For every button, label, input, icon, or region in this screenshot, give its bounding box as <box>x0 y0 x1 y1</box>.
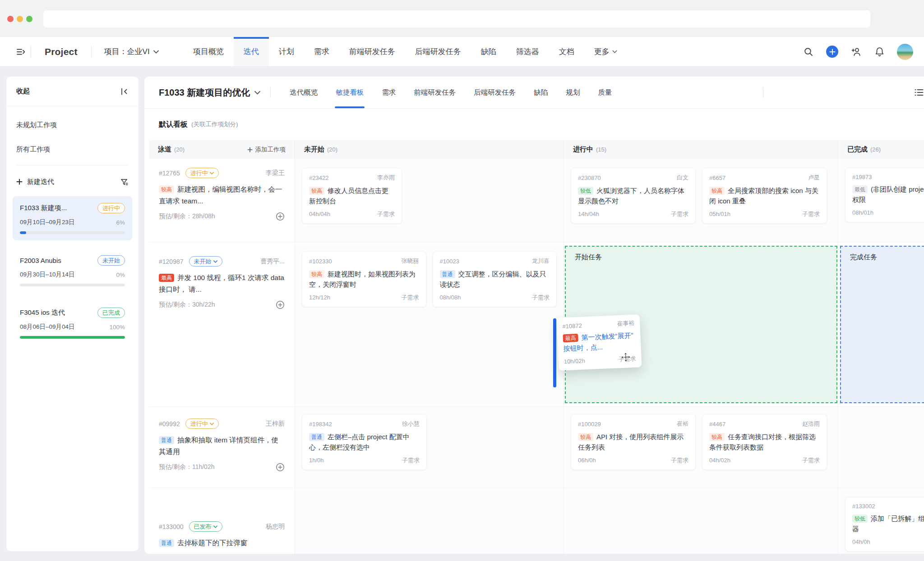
circle-plus-icon[interactable] <box>276 212 285 221</box>
notifications-bell-icon[interactable] <box>874 46 885 57</box>
add-work-item-button[interactable]: 添加工作项 <box>247 146 286 154</box>
window-zoom-button[interactable] <box>26 16 32 22</box>
work-item-120987[interactable]: #120987 未开始 曹秀平... 最高并发 100 线程，循环1 次请求 d… <box>159 256 285 309</box>
page-title: F1033 新建项目的优化 <box>159 87 250 99</box>
top-navigation: Project 项目：企业VI 项目概览 迭代 计划 需求 前端研发任务 后端研… <box>0 37 924 67</box>
iteration-card-f3045[interactable]: F3045 ios 迭代 已完成 08月06日–09月04日 100% <box>13 301 132 345</box>
task-card-230870[interactable]: #230870白文 较低火狐浏览器下，人员名称字体显示颜色不对 14h/04h子… <box>571 168 696 224</box>
global-menu-icon[interactable] <box>11 47 31 57</box>
status-dropdown[interactable]: 已发布 <box>189 521 222 532</box>
tab-quality[interactable]: 质量 <box>589 77 621 108</box>
iteration-sidebar: 收起 未规划工作项 所有工作项 新建迭代 F1033 新建项... 进行中 09… <box>6 77 139 551</box>
tab-frontend[interactable]: 前端研发任务 <box>405 77 465 108</box>
invite-member-icon[interactable] <box>850 46 862 57</box>
nav-tab-more[interactable]: 更多 <box>584 37 627 66</box>
tab-agile-board[interactable]: 敏捷看板 <box>327 77 373 108</box>
status-dropdown[interactable]: 进行中 <box>185 418 219 429</box>
iteration-dates: 09月30日–10月14日 <box>20 271 75 279</box>
dropzone-finish-task[interactable]: 完成任务 <box>840 246 924 403</box>
task-card-4467[interactable]: #4467赵浩雨 较高任务查询接口对接，根据筛选条件获取列表数据 04h/02h… <box>702 414 827 470</box>
list-view-icon[interactable] <box>914 88 924 97</box>
task-id: #4467 <box>709 421 725 428</box>
sidebar-collapse-icon[interactable] <box>120 87 129 96</box>
task-card-198342[interactable]: #198342徐小慧 普通左侧栏–点击 project 配置中心，左侧栏没有选中… <box>302 414 427 470</box>
create-button[interactable] <box>826 46 838 58</box>
priority-badge: 较高 <box>709 187 725 195</box>
sidebar-item-all[interactable]: 所有工作项 <box>6 137 139 161</box>
task-id: #10872 <box>562 322 582 330</box>
nav-tab-docs[interactable]: 文档 <box>549 37 584 66</box>
task-card-100029[interactable]: #100029崔裕 较高API 对接，使用列表组件展示任务列表 06h/0h子需… <box>571 414 696 470</box>
assignee: 崔裕 <box>677 420 688 428</box>
window-close-button[interactable] <box>7 16 14 22</box>
nav-tab-requirement[interactable]: 需求 <box>304 37 339 66</box>
circle-plus-icon[interactable] <box>276 300 285 309</box>
iteration-card-f2003[interactable]: F2003 Anubis 未开始 09月30日–10月14日 0% <box>13 248 132 293</box>
task-card-133002[interactable]: #133002 较低添加「已拆解」组件默认筛选器 04h/0h子需求 <box>845 497 924 552</box>
task-id: #102330 <box>309 258 332 265</box>
nav-tab-overview[interactable]: 项目概览 <box>183 37 234 66</box>
tab-planning[interactable]: 规划 <box>557 77 589 108</box>
nav-tab-filter[interactable]: 筛选器 <box>506 37 549 66</box>
hours: 06h/0h <box>578 457 596 464</box>
task-card-19873[interactable]: #19873 最低(非团队创建 project 管 理员权限 08h/01h子需… <box>845 168 924 222</box>
priority-badge: 普通 <box>159 539 174 547</box>
search-icon[interactable] <box>803 46 814 57</box>
task-title: 交互调整，区分编辑、以及只读状态 <box>440 270 546 288</box>
nav-tab-backend[interactable]: 后端研发任务 <box>405 37 471 66</box>
tab-backend[interactable]: 后端研发任务 <box>465 77 525 108</box>
priority-badge: 最高 <box>159 274 174 282</box>
nav-tab-iteration[interactable]: 迭代 <box>234 37 269 66</box>
task-id: #198342 <box>309 421 332 428</box>
board-name: 默认看板 <box>159 120 188 129</box>
priority-badge: 最高 <box>563 334 578 342</box>
task-card-6657[interactable]: #6657卢星 较高全局搜索顶部的搜索 icon 与关闭 icon 重叠 05h… <box>702 168 827 224</box>
task-card-102330[interactable]: #102330张晓丽 较高新建视图时，如果视图列表为空，关闭浮窗时 12h/12… <box>302 251 426 307</box>
status-dropdown[interactable]: 进行中 <box>185 168 219 178</box>
window-minimize-button[interactable] <box>17 16 23 22</box>
task-card-23422[interactable]: #23422李亦雨 较高修改人员信息点击更新控制台 04h/04h子需求 <box>302 168 402 224</box>
column-header-todo: 未开始 (20) <box>295 140 564 159</box>
task-title: 全局搜索顶部的搜索 icon 与关闭 icon 重叠 <box>709 187 818 205</box>
filter-icon[interactable] <box>120 178 129 186</box>
nav-tab-plan[interactable]: 计划 <box>269 37 304 66</box>
task-card-10023[interactable]: #10023龙川喜 普通交互调整，区分编辑、以及只读状态 08h/08h子需求 <box>433 251 557 307</box>
dragged-task-card-10872[interactable]: #10872崔事裕 最高第一次触发“展开”按钮时，点... 10h/02h子需求 <box>557 314 642 370</box>
tab-requirement[interactable]: 需求 <box>373 77 405 108</box>
task-type: 子需求 <box>402 456 420 464</box>
work-item-09992[interactable]: #09992 进行中 王梓新 普通抽象和抽取 item 详情页组件，使其通用 预… <box>159 418 285 472</box>
task-type: 子需求 <box>671 456 688 464</box>
board-tabs: 迭代概览 敏捷看板 需求 前端研发任务 后端研发任务 缺陷 规划 质量 <box>281 77 621 108</box>
sidebar-collapse-label: 收起 <box>16 87 30 96</box>
iteration-title-dropdown[interactable]: F1033 新建项目的优化 <box>159 77 260 108</box>
task-title: 新建视图，编辑视图名称时，会一直请求 team... <box>159 185 282 205</box>
new-iteration-button[interactable]: 新建迭代 <box>16 178 54 186</box>
user-avatar[interactable] <box>897 44 913 60</box>
sidebar-item-unplanned[interactable]: 未规划工作项 <box>6 113 139 137</box>
priority-badge: 较高 <box>578 433 593 441</box>
project-switcher[interactable]: 项目：企业VI <box>92 46 171 57</box>
nav-tab-defect[interactable]: 缺陷 <box>471 37 506 66</box>
task-title: 火狐浏览器下，人员名称字体显示颜色不对 <box>578 187 684 205</box>
task-type: 子需求 <box>671 210 688 218</box>
status-dropdown[interactable]: 未开始 <box>189 256 222 267</box>
work-item-133000[interactable]: #133000 已发布 杨忠明 普通去掉标题下的下拉弹窗 <box>159 521 285 554</box>
progress-bar <box>20 231 125 234</box>
address-bar[interactable] <box>43 10 870 28</box>
task-title: API 对接，使用列表组件展示任务列表 <box>578 433 684 451</box>
tab-iteration-overview[interactable]: 迭代概览 <box>281 77 327 108</box>
tab-defect[interactable]: 缺陷 <box>525 77 557 108</box>
nav-tab-frontend[interactable]: 前端研发任务 <box>339 37 405 66</box>
circle-plus-icon[interactable] <box>276 463 285 472</box>
iteration-name: F3045 ios 迭代 <box>20 308 65 317</box>
priority-badge: 较低 <box>852 515 868 523</box>
task-id: #100029 <box>578 421 601 428</box>
task-type: 子需求 <box>377 210 395 218</box>
chevron-down-icon <box>153 50 159 54</box>
iteration-dates: 08月06日–09月04日 <box>20 323 75 331</box>
dropzone-label: 开始任务 <box>575 253 602 261</box>
hours: 10h/02h <box>564 357 585 365</box>
work-item-12765[interactable]: #12765 进行中 李梁王 较高新建视图，编辑视图名称时，会一直请求 team… <box>159 168 285 221</box>
iteration-card-f1033[interactable]: F1033 新建项... 进行中 09月10日–09月23日 6% <box>13 196 132 240</box>
estimate-remaining: 预估/剩余：28h/08h <box>159 212 215 221</box>
